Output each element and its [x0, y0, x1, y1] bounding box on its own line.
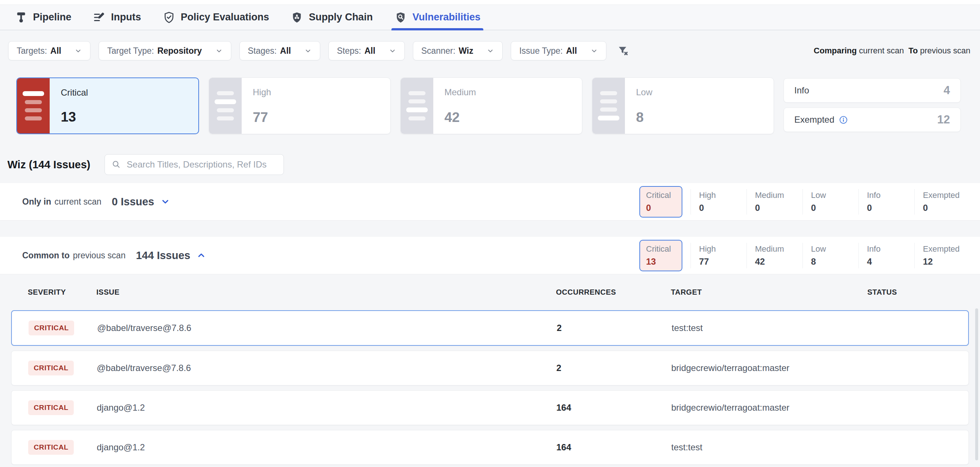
- tab-supply-chain[interactable]: Supply Chain: [291, 5, 373, 30]
- search-input[interactable]: [126, 159, 277, 170]
- severity-chip-low[interactable]: Low 0: [802, 189, 858, 214]
- severity-card-low[interactable]: Low 8: [592, 78, 774, 134]
- severity-card-medium[interactable]: Medium 42: [400, 78, 582, 134]
- severity-card-critical[interactable]: Critical 13: [16, 78, 199, 134]
- severity-chip-info[interactable]: Info 0: [858, 189, 915, 214]
- tab-label: Inputs: [111, 11, 141, 23]
- severity-chip-value: 0: [755, 203, 802, 213]
- severity-chip-low[interactable]: Low 8: [802, 243, 858, 268]
- chevron-down-icon: [74, 46, 83, 55]
- severity-chip-exempted[interactable]: Exempted 0: [915, 189, 970, 214]
- severity-chip-critical[interactable]: Critical 13: [640, 240, 682, 271]
- severity-badge: CRITICAL: [28, 361, 74, 375]
- severity-chip-value: 4: [867, 256, 915, 267]
- search-icon: [111, 160, 121, 169]
- issues-count-toggle[interactable]: 144 Issues: [136, 249, 207, 262]
- severity-cards-row: Critical 13 High 77 Medium 42 Low 8 Info: [16, 78, 961, 134]
- severity-chip-value: 42: [755, 256, 802, 267]
- table-row[interactable]: CRITICAL django@1.2 164 bridgecrewio/ter…: [11, 390, 969, 425]
- severity-chip-value: 8: [811, 256, 858, 267]
- column-header-occurrences: OCCURRENCES: [539, 288, 654, 297]
- severity-badge: CRITICAL: [28, 440, 74, 455]
- chevron-down-icon: [160, 197, 170, 207]
- chevron-down-icon: [388, 46, 397, 55]
- severity-chip-label: Exempted: [923, 191, 970, 200]
- comparing-word: Comparing: [814, 46, 857, 55]
- exempted-card[interactable]: Exempted 12: [784, 108, 961, 132]
- filter-steps-dropdown[interactable]: Steps:All: [328, 41, 405, 60]
- info-card[interactable]: Info 4: [784, 78, 961, 103]
- tab-pipeline[interactable]: Pipeline: [15, 5, 72, 30]
- group-title: Common to previous scan 144 Issues: [22, 249, 207, 262]
- filter-value: All: [280, 46, 291, 56]
- issue-cell: django@1.2: [80, 442, 540, 453]
- severity-cards: Critical 13 High 77 Medium 42 Low 8: [16, 78, 774, 134]
- chevron-down-icon: [486, 46, 495, 55]
- group-prefix: Only in: [22, 197, 51, 207]
- filter-stages-dropdown[interactable]: Stages:All: [239, 41, 320, 60]
- clear-filters-button[interactable]: [614, 42, 632, 59]
- tab-inputs[interactable]: Inputs: [93, 5, 141, 30]
- severity-card-label: Medium: [444, 87, 476, 97]
- filter-scanner-dropdown[interactable]: Scanner:Wiz: [413, 41, 503, 60]
- only-in-current-scan-band: Only in current scan 0 Issues Critical 0…: [0, 183, 980, 220]
- filter-value: All: [51, 46, 61, 56]
- tab-vulnerabilities[interactable]: Vulnerabilities: [395, 5, 481, 30]
- severity-chip-label: High: [699, 244, 746, 254]
- issues-count-toggle[interactable]: 0 Issues: [112, 196, 170, 208]
- severity-chip-label: Low: [811, 191, 858, 200]
- severity-chip-high[interactable]: High 0: [690, 189, 746, 214]
- severity-chip-value: 0: [867, 203, 915, 213]
- filter-targets-dropdown[interactable]: Targets:All: [8, 41, 91, 60]
- severity-card-count: 77: [253, 110, 271, 125]
- filter-value: All: [364, 46, 375, 56]
- tab-bar: Pipeline Inputs Policy Evaluations Suppl…: [0, 5, 980, 30]
- severity-card-body: High 77: [242, 78, 282, 134]
- vertical-scrollbar[interactable]: [975, 308, 978, 460]
- tab-policy-evaluations[interactable]: Policy Evaluations: [163, 5, 269, 30]
- severity-card-label: High: [253, 87, 271, 97]
- filter-value: Repository: [157, 46, 202, 56]
- policy-evaluations-icon: [163, 11, 175, 24]
- table-row[interactable]: CRITICAL django@1.2 164 test:test: [11, 430, 969, 465]
- issue-cell: @babel/traverse@7.8.6: [80, 323, 540, 333]
- severity-card-count: 8: [636, 110, 652, 125]
- severity-badge: CRITICAL: [28, 400, 74, 415]
- issues-count: 0 Issues: [112, 196, 154, 208]
- chevron-down-icon: [590, 46, 598, 55]
- occurrences-cell: 2: [540, 363, 655, 373]
- severity-level-icon: [401, 78, 433, 134]
- severity-chip-value: 0: [811, 203, 858, 213]
- occurrences-cell: 164: [540, 442, 655, 453]
- comparing-to: To: [908, 46, 918, 55]
- severity-chip-critical[interactable]: Critical 0: [640, 186, 682, 218]
- comparing-previous: previous scan: [920, 46, 970, 55]
- table-row[interactable]: CRITICAL @babel/traverse@7.8.6 2 test:te…: [11, 310, 969, 346]
- severity-card-body: Critical 13: [50, 78, 99, 133]
- severity-chip-high[interactable]: High 77: [690, 243, 746, 268]
- severity-cell: CRITICAL: [11, 440, 80, 455]
- filter-targettype-dropdown[interactable]: Target Type:Repository: [99, 41, 231, 60]
- severity-card-body: Low 8: [625, 78, 663, 134]
- tab-label: Vulnerabilities: [412, 11, 481, 23]
- scanner-title: Wiz (144 Issues): [7, 159, 91, 171]
- issues-table: CRITICAL @babel/traverse@7.8.6 2 test:te…: [11, 310, 969, 465]
- filter-label: Issue Type:: [519, 46, 563, 56]
- severity-card-high[interactable]: High 77: [209, 78, 391, 134]
- severity-chip-medium[interactable]: Medium 0: [746, 189, 802, 214]
- filter-issuetype-dropdown[interactable]: Issue Type:All: [511, 41, 606, 60]
- vulnerabilities-icon: [395, 11, 407, 24]
- issue-cell: django@1.2: [80, 402, 540, 413]
- severity-cell: CRITICAL: [11, 361, 80, 375]
- severity-chip-exempted[interactable]: Exempted 12: [915, 243, 970, 268]
- severity-cell: CRITICAL: [12, 321, 80, 335]
- severity-chip-value: 12: [923, 256, 970, 267]
- exempted-card-label: Exempted: [794, 114, 848, 125]
- exempted-card-count: 12: [937, 113, 950, 126]
- severity-chip-medium[interactable]: Medium 42: [746, 243, 802, 268]
- column-header-target: TARGET: [654, 288, 851, 297]
- group-title: Only in current scan 0 Issues: [22, 196, 170, 208]
- severity-chip-info[interactable]: Info 4: [858, 243, 915, 268]
- info-icon[interactable]: [839, 115, 848, 124]
- table-row[interactable]: CRITICAL @babel/traverse@7.8.6 2 bridgec…: [11, 351, 969, 386]
